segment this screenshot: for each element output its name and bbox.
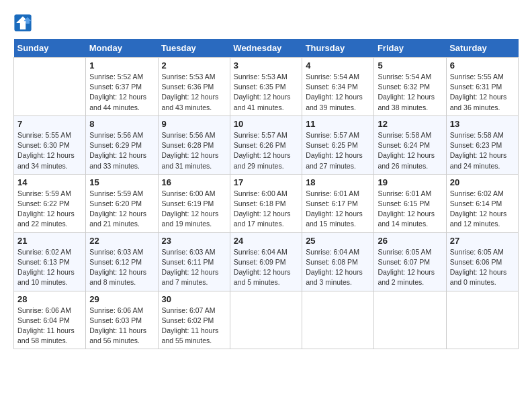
day-cell: 27Sunrise: 6:05 AMSunset: 6:06 PMDayligh… [446,232,518,291]
day-cell: 3Sunrise: 5:53 AMSunset: 6:35 PMDaylight… [230,58,302,116]
day-cell: 21Sunrise: 6:02 AMSunset: 6:13 PMDayligh… [14,232,86,291]
day-number: 6 [450,60,515,71]
day-cell: 12Sunrise: 5:58 AMSunset: 6:24 PMDayligh… [374,116,446,174]
day-number: 21 [17,236,82,246]
day-info: Sunrise: 5:53 AMSunset: 6:36 PMDaylight:… [162,72,226,113]
day-info: Sunrise: 6:04 AMSunset: 6:09 PMDaylight:… [234,247,298,288]
day-number: 25 [306,236,370,246]
day-info: Sunrise: 5:56 AMSunset: 6:29 PMDaylight:… [89,130,154,171]
day-cell: 1Sunrise: 5:52 AMSunset: 6:37 PMDaylight… [86,58,158,116]
day-cell: 9Sunrise: 5:56 AMSunset: 6:28 PMDaylight… [158,116,230,174]
day-info: Sunrise: 6:05 AMSunset: 6:06 PMDaylight:… [450,247,515,288]
day-info: Sunrise: 5:56 AMSunset: 6:28 PMDaylight:… [162,130,226,171]
day-number: 14 [17,177,82,187]
day-number: 13 [450,119,515,129]
header-row: SundayMondayTuesdayWednesdayThursdayFrid… [14,39,519,58]
day-info: Sunrise: 6:00 AMSunset: 6:18 PMDaylight:… [234,189,298,230]
day-info: Sunrise: 5:54 AMSunset: 6:34 PMDaylight:… [306,72,370,113]
day-cell: 30Sunrise: 6:07 AMSunset: 6:02 PMDayligh… [158,291,230,349]
day-cell [446,291,518,349]
day-cell [14,58,86,116]
day-cell: 6Sunrise: 5:55 AMSunset: 6:31 PMDaylight… [446,58,518,116]
day-cell: 4Sunrise: 5:54 AMSunset: 6:34 PMDaylight… [302,58,374,116]
day-number: 26 [378,236,442,246]
day-number: 11 [306,119,370,129]
day-cell: 22Sunrise: 6:03 AMSunset: 6:12 PMDayligh… [86,232,158,291]
day-info: Sunrise: 5:52 AMSunset: 6:37 PMDaylight:… [89,72,154,113]
day-number: 5 [378,60,442,71]
day-info: Sunrise: 6:00 AMSunset: 6:19 PMDaylight:… [162,189,226,230]
day-info: Sunrise: 5:57 AMSunset: 6:26 PMDaylight:… [234,130,298,171]
day-info: Sunrise: 6:03 AMSunset: 6:12 PMDaylight:… [89,247,154,288]
day-number: 27 [450,236,515,246]
day-info: Sunrise: 5:59 AMSunset: 6:22 PMDaylight:… [17,189,82,230]
day-number: 29 [89,294,154,304]
day-info: Sunrise: 6:04 AMSunset: 6:08 PMDaylight:… [306,247,370,288]
day-number: 3 [234,60,298,71]
header-cell-sunday: Sunday [14,39,86,58]
day-cell: 10Sunrise: 5:57 AMSunset: 6:26 PMDayligh… [230,116,302,174]
day-info: Sunrise: 5:59 AMSunset: 6:20 PMDaylight:… [89,189,154,230]
day-info: Sunrise: 6:02 AMSunset: 6:13 PMDaylight:… [17,247,82,288]
day-info: Sunrise: 6:07 AMSunset: 6:02 PMDaylight:… [162,306,226,347]
day-info: Sunrise: 6:01 AMSunset: 6:17 PMDaylight:… [306,189,370,230]
day-cell: 17Sunrise: 6:00 AMSunset: 6:18 PMDayligh… [230,174,302,232]
day-cell [374,291,446,349]
day-info: Sunrise: 6:01 AMSunset: 6:15 PMDaylight:… [378,189,442,230]
week-row-5: 28Sunrise: 6:06 AMSunset: 6:04 PMDayligh… [14,291,519,349]
header-cell-tuesday: Tuesday [158,39,230,58]
day-cell: 5Sunrise: 5:54 AMSunset: 6:32 PMDaylight… [374,58,446,116]
day-info: Sunrise: 5:55 AMSunset: 6:30 PMDaylight:… [17,130,82,171]
week-row-4: 21Sunrise: 6:02 AMSunset: 6:13 PMDayligh… [14,232,519,291]
day-cell: 24Sunrise: 6:04 AMSunset: 6:09 PMDayligh… [230,232,302,291]
calendar-table: SundayMondayTuesdayWednesdayThursdayFrid… [13,39,519,349]
day-cell: 26Sunrise: 6:05 AMSunset: 6:07 PMDayligh… [374,232,446,291]
day-info: Sunrise: 5:58 AMSunset: 6:24 PMDaylight:… [378,130,442,171]
day-info: Sunrise: 5:58 AMSunset: 6:23 PMDaylight:… [450,130,515,171]
day-cell: 19Sunrise: 6:01 AMSunset: 6:15 PMDayligh… [374,174,446,232]
day-number: 22 [89,236,154,246]
day-cell: 13Sunrise: 5:58 AMSunset: 6:23 PMDayligh… [446,116,518,174]
day-number: 1 [89,60,154,71]
logo [13,13,35,32]
header-cell-monday: Monday [86,39,158,58]
day-info: Sunrise: 6:06 AMSunset: 6:03 PMDaylight:… [89,306,154,347]
day-info: Sunrise: 6:05 AMSunset: 6:07 PMDaylight:… [378,247,442,288]
day-info: Sunrise: 6:03 AMSunset: 6:11 PMDaylight:… [162,247,226,288]
day-number: 7 [17,119,82,129]
week-row-1: 1Sunrise: 5:52 AMSunset: 6:37 PMDaylight… [14,58,519,116]
header-cell-saturday: Saturday [446,39,518,58]
day-cell: 14Sunrise: 5:59 AMSunset: 6:22 PMDayligh… [14,174,86,232]
day-cell: 15Sunrise: 5:59 AMSunset: 6:20 PMDayligh… [86,174,158,232]
header-cell-friday: Friday [374,39,446,58]
day-number: 15 [89,177,154,187]
day-number: 24 [234,236,298,246]
day-cell: 23Sunrise: 6:03 AMSunset: 6:11 PMDayligh… [158,232,230,291]
day-info: Sunrise: 5:53 AMSunset: 6:35 PMDaylight:… [234,72,298,113]
day-number: 20 [450,177,515,187]
week-row-3: 14Sunrise: 5:59 AMSunset: 6:22 PMDayligh… [14,174,519,232]
week-row-2: 7Sunrise: 5:55 AMSunset: 6:30 PMDaylight… [14,116,519,174]
day-info: Sunrise: 5:57 AMSunset: 6:25 PMDaylight:… [306,130,370,171]
day-number: 9 [162,119,226,129]
header-cell-thursday: Thursday [302,39,374,58]
day-cell: 29Sunrise: 6:06 AMSunset: 6:03 PMDayligh… [86,291,158,349]
day-info: Sunrise: 6:06 AMSunset: 6:04 PMDaylight:… [17,306,82,347]
day-cell: 25Sunrise: 6:04 AMSunset: 6:08 PMDayligh… [302,232,374,291]
day-info: Sunrise: 6:02 AMSunset: 6:14 PMDaylight:… [450,189,515,230]
day-cell: 28Sunrise: 6:06 AMSunset: 6:04 PMDayligh… [14,291,86,349]
day-cell: 11Sunrise: 5:57 AMSunset: 6:25 PMDayligh… [302,116,374,174]
day-cell [230,291,302,349]
day-number: 17 [234,177,298,187]
day-number: 28 [17,294,82,304]
day-cell: 8Sunrise: 5:56 AMSunset: 6:29 PMDaylight… [86,116,158,174]
day-number: 4 [306,60,370,71]
day-cell: 2Sunrise: 5:53 AMSunset: 6:36 PMDaylight… [158,58,230,116]
day-number: 30 [162,294,226,304]
page-header [13,13,519,32]
day-info: Sunrise: 5:54 AMSunset: 6:32 PMDaylight:… [378,72,442,113]
day-number: 8 [89,119,154,129]
day-cell: 20Sunrise: 6:02 AMSunset: 6:14 PMDayligh… [446,174,518,232]
day-cell: 18Sunrise: 6:01 AMSunset: 6:17 PMDayligh… [302,174,374,232]
day-number: 19 [378,177,442,187]
